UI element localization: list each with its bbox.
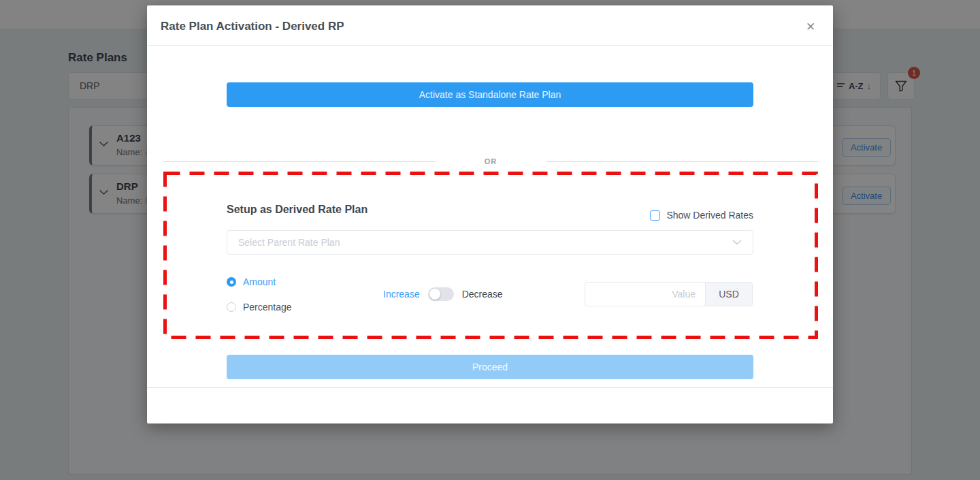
proceed-button[interactable]: Proceed [227,355,753,379]
increase-decrease-control: Increase Decrease [383,287,503,301]
or-divider: OR [163,157,818,166]
derived-section-heading: Setup as Derived Rate Plan [227,204,368,216]
radio-selected-icon[interactable] [227,277,236,287]
or-divider-label: OR [485,157,497,165]
highlight-dashed-rectangle [163,172,818,339]
modal-title: Rate Plan Activation - Derived RP [161,20,344,33]
modal-header: Rate Plan Activation - Derived RP ✕ [147,5,833,46]
divider-line [163,161,436,162]
select-placeholder: Select Parent Rate Plan [238,237,732,248]
radio-percentage-label: Percentage [243,302,292,313]
divider-line [546,161,818,162]
chevron-down-icon [732,240,742,245]
show-derived-rates-control[interactable]: Show Derived Rates [650,210,753,221]
value-input[interactable] [585,282,706,306]
radio-percentage[interactable]: Percentage [227,302,292,313]
radio-unselected-icon[interactable] [227,302,236,312]
currency-addon: USD [706,282,753,306]
increase-label[interactable]: Increase [383,289,420,300]
show-derived-rates-label: Show Derived Rates [666,210,753,221]
show-derived-rates-checkbox[interactable] [650,210,660,221]
parent-rate-plan-select[interactable]: Select Parent Rate Plan [227,230,753,255]
activate-standalone-button[interactable]: Activate as Standalone Rate Plan [227,82,753,107]
close-icon[interactable]: ✕ [803,19,818,34]
radio-amount-label: Amount [243,276,276,287]
value-input-group: USD [585,282,753,306]
decrease-label[interactable]: Decrease [462,289,503,300]
rate-plan-activation-modal: Rate Plan Activation - Derived RP ✕ Acti… [147,5,833,423]
increase-decrease-toggle[interactable] [428,287,454,301]
toggle-knob[interactable] [429,289,440,300]
modal-footer-divider [147,387,833,388]
radio-amount[interactable]: Amount [227,276,276,287]
